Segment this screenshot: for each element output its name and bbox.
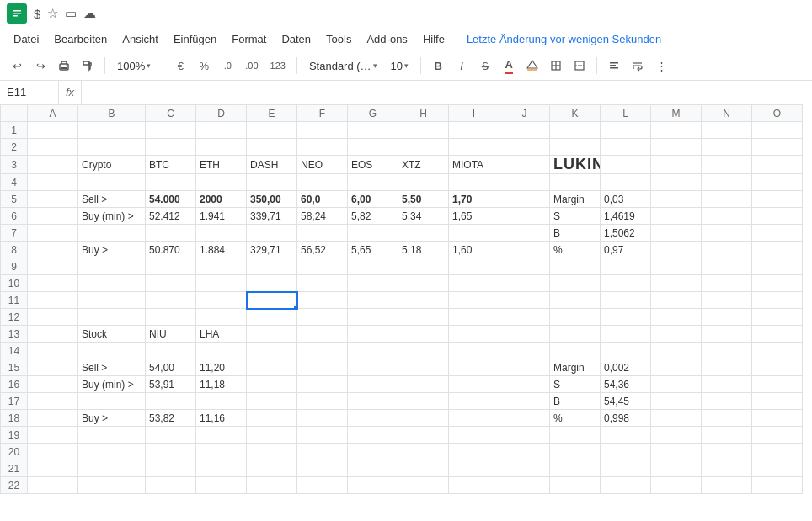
cell-K2[interactable] — [550, 139, 601, 156]
cell-J3[interactable] — [499, 156, 550, 174]
cell-F2[interactable] — [297, 139, 348, 156]
cell-E6[interactable]: 339,71 — [247, 208, 297, 225]
cell-I13[interactable] — [449, 326, 499, 343]
merge-button[interactable] — [569, 54, 590, 77]
cell-H19[interactable] — [398, 427, 449, 444]
cell-A22[interactable] — [28, 477, 78, 494]
cell-N14[interactable] — [702, 343, 752, 359]
cell-M14[interactable] — [651, 343, 702, 359]
cell-B9[interactable] — [78, 258, 146, 275]
cell-F18[interactable] — [297, 410, 348, 427]
col-header-g[interactable]: G — [348, 105, 398, 122]
cell-A21[interactable] — [28, 460, 78, 477]
cell-D20[interactable] — [196, 444, 247, 460]
cell-E22[interactable] — [247, 477, 297, 494]
cell-J17[interactable] — [499, 393, 550, 410]
cell-D17[interactable] — [196, 393, 247, 410]
cell-C9[interactable] — [146, 258, 196, 275]
cell-M13[interactable] — [651, 326, 702, 343]
menu-datei[interactable]: Datei — [7, 29, 45, 49]
cell-K8[interactable]: % — [550, 242, 601, 258]
cell-K18[interactable]: % — [550, 410, 601, 427]
cell-J2[interactable] — [499, 139, 550, 156]
cell-K10[interactable] — [550, 275, 601, 292]
cell-E15[interactable] — [247, 359, 297, 376]
cell-M22[interactable] — [651, 477, 702, 494]
cell-L8[interactable]: 0,97 — [601, 242, 651, 258]
cell-D18[interactable]: 11,16 — [196, 410, 247, 427]
cell-J22[interactable] — [499, 477, 550, 494]
cell-C11[interactable] — [146, 292, 196, 309]
cell-E5[interactable]: 350,00 — [247, 191, 297, 208]
cell-G17[interactable] — [348, 393, 398, 410]
cell-C12[interactable] — [146, 309, 196, 326]
cell-K6[interactable]: S — [550, 208, 601, 225]
format-paint-button[interactable] — [77, 54, 98, 77]
cell-B16[interactable]: Buy (min) > — [78, 376, 146, 393]
cell-H3[interactable]: XTZ — [398, 156, 449, 174]
cell-A8[interactable] — [28, 242, 78, 258]
cell-B6[interactable]: Buy (min) > — [78, 208, 146, 225]
more-button[interactable]: ⋮ — [651, 54, 671, 77]
cell-O20[interactable] — [752, 444, 803, 460]
cell-A1[interactable] — [28, 122, 78, 139]
menu-hilfe[interactable]: Hilfe — [416, 29, 451, 49]
cell-J8[interactable] — [499, 242, 550, 258]
col-header-b[interactable]: B — [78, 105, 146, 122]
cell-H14[interactable] — [398, 343, 449, 359]
cell-H6[interactable]: 5,34 — [398, 208, 449, 225]
cell-F6[interactable]: 58,24 — [297, 208, 348, 225]
cell-J4[interactable] — [499, 174, 550, 191]
cell-M20[interactable] — [651, 444, 702, 460]
number-format-button[interactable]: 123 — [266, 54, 290, 77]
cell-J21[interactable] — [499, 460, 550, 477]
cell-N4[interactable] — [702, 174, 752, 191]
decimal-less-button[interactable]: .0 — [217, 54, 238, 77]
cell-N6[interactable] — [702, 208, 752, 225]
cell-B14[interactable] — [78, 343, 146, 359]
text-wrap-button[interactable] — [628, 54, 648, 77]
cell-N16[interactable] — [702, 376, 752, 393]
cell-A19[interactable] — [28, 427, 78, 444]
cell-K19[interactable] — [550, 427, 601, 444]
cell-C18[interactable]: 53,82 — [146, 410, 196, 427]
cell-D3[interactable]: ETH — [196, 156, 247, 174]
cell-F19[interactable] — [297, 427, 348, 444]
cell-O3[interactable] — [752, 156, 803, 174]
cell-A2[interactable] — [28, 139, 78, 156]
cell-L1[interactable] — [601, 122, 651, 139]
cell-C1[interactable] — [146, 122, 196, 139]
cell-I2[interactable] — [449, 139, 499, 156]
cell-O19[interactable] — [752, 427, 803, 444]
cell-C16[interactable]: 53,91 — [146, 376, 196, 393]
cell-I22[interactable] — [449, 477, 499, 494]
cell-I9[interactable] — [449, 258, 499, 275]
bold-button[interactable]: B — [428, 54, 448, 77]
cell-C10[interactable] — [146, 275, 196, 292]
cell-D6[interactable]: 1.941 — [196, 208, 247, 225]
cell-K7[interactable]: B — [550, 225, 601, 242]
cell-A15[interactable] — [28, 359, 78, 376]
cell-N15[interactable] — [702, 359, 752, 376]
cell-N9[interactable] — [702, 258, 752, 275]
cell-L20[interactable] — [601, 444, 651, 460]
cell-L15[interactable]: 0,002 — [601, 359, 651, 376]
cell-A9[interactable] — [28, 258, 78, 275]
font-color-button[interactable]: A — [499, 54, 519, 77]
cell-F17[interactable] — [297, 393, 348, 410]
cell-J14[interactable] — [499, 343, 550, 359]
menu-daten[interactable]: Daten — [275, 29, 318, 49]
cell-O16[interactable] — [752, 376, 803, 393]
cell-M1[interactable] — [651, 122, 702, 139]
col-header-e[interactable]: E — [247, 105, 297, 122]
cell-C13[interactable]: NIU — [146, 326, 196, 343]
cell-I15[interactable] — [449, 359, 499, 376]
cell-A3[interactable] — [28, 156, 78, 174]
cell-M21[interactable] — [651, 460, 702, 477]
cell-H22[interactable] — [398, 477, 449, 494]
cell-I14[interactable] — [449, 343, 499, 359]
cell-C15[interactable]: 54,00 — [146, 359, 196, 376]
cell-F7[interactable] — [297, 225, 348, 242]
menu-bearbeiten[interactable]: Bearbeiten — [47, 29, 114, 49]
cell-G10[interactable] — [348, 275, 398, 292]
